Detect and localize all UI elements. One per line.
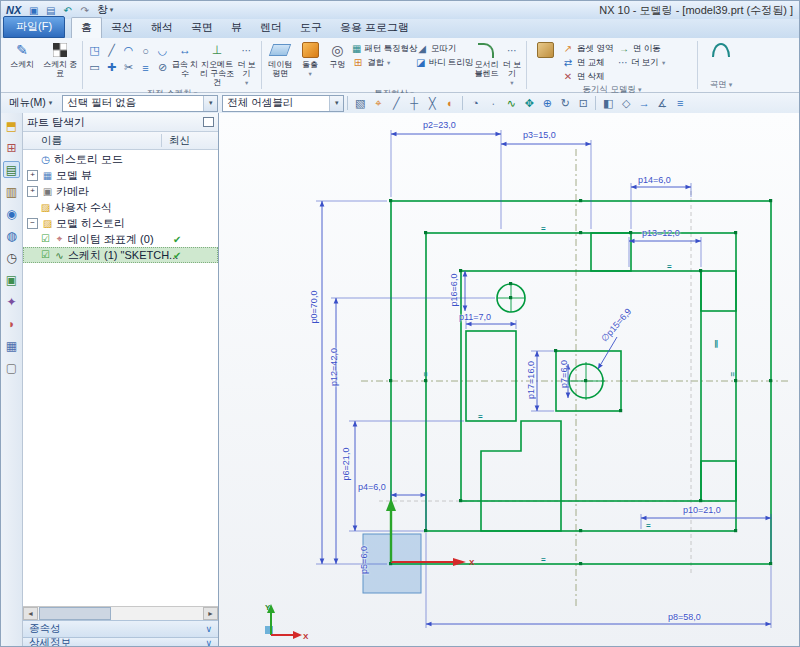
extrude-button[interactable]: 돌출 ▾ [296, 40, 325, 87]
redo-icon[interactable]: ↷ [77, 4, 92, 17]
dimension-p13[interactable]: p13=12,0 [642, 228, 680, 238]
trim-body-button[interactable]: ◪ 바디 트리밍 [414, 56, 472, 69]
geometric-constraints-button[interactable]: ⊥ 지오메트리 구속조건 [199, 40, 235, 87]
dimension-p8[interactable]: p8=58,0 [668, 612, 701, 622]
surface-button[interactable] [702, 40, 740, 78]
tab-home[interactable]: 홈 [71, 17, 102, 38]
hole-button[interactable]: ◎ 구멍 [325, 40, 351, 87]
direct-sketch-more-button[interactable]: ⋯ 더 보기 ▾ [235, 40, 258, 87]
snap-point-icon[interactable]: ⌖ [370, 95, 387, 111]
scroll-left-icon[interactable]: ◄ [23, 607, 38, 620]
collapse-icon[interactable]: − [27, 218, 38, 229]
tab-view[interactable]: 뷰 [222, 18, 251, 38]
expand-icon[interactable]: + [27, 170, 38, 181]
history-icon[interactable]: ◷ [3, 249, 20, 266]
features-more-button[interactable]: ⋯ 더 보기 ▾ [501, 40, 523, 87]
graphics-window[interactable]: = = = = = = = ∥ [219, 113, 800, 647]
snap-arc-center-icon[interactable]: ◐ [442, 95, 459, 111]
wireframe-view-icon[interactable]: ◇ [618, 95, 635, 111]
tree-item-cameras[interactable]: + ▣ 카메라 [23, 183, 218, 199]
edge-blend-button[interactable]: 모서리 블렌드 [472, 40, 501, 87]
system-visualization-icon[interactable]: ▦ [3, 337, 20, 354]
move-object-icon[interactable]: ✥ [521, 95, 538, 111]
tree-item-user-expressions[interactable]: ▨ 사용자 수식 [23, 199, 218, 215]
selection-scope-icon[interactable]: ▧ [352, 95, 369, 111]
snap-endpoint-icon[interactable]: ╱ [388, 95, 405, 111]
dimension-p2[interactable]: p2=23,0 [423, 120, 456, 130]
selection-filter-dropdown[interactable]: 선택 필터 없음 ▾ [62, 95, 218, 112]
profile-icon[interactable]: ◳ [86, 42, 103, 59]
expand-icon[interactable]: + [27, 186, 38, 197]
dimension-p16[interactable]: p16=6,0 [449, 274, 459, 307]
constraint-navigator-icon[interactable]: ⊞ [3, 139, 20, 156]
navigator-horizontal-scrollbar[interactable]: ◄ ► [23, 606, 218, 620]
delete-face-button[interactable]: ✕ 면 삭제 [560, 70, 616, 83]
assembly-navigator-icon[interactable]: ⬒ [3, 117, 20, 134]
dependencies-section[interactable]: 종속성 ∨ [23, 620, 218, 637]
snap-existing-point-icon[interactable]: ∙ [485, 95, 502, 111]
panel-detach-icon[interactable] [203, 117, 214, 127]
offset-region-button[interactable]: ↗ 옵셋 영역 [560, 42, 616, 55]
rapid-dimension-button[interactable]: ↔ 급속 치수 [171, 40, 199, 87]
save-icon[interactable]: ▤ [43, 4, 58, 17]
undo-icon[interactable]: ↶ [60, 4, 75, 17]
dimension-p3[interactable]: p3=15,0 [523, 130, 556, 140]
snap-intersection-icon[interactable]: ╳ [424, 95, 441, 111]
shaded-view-icon[interactable]: ◧ [600, 95, 617, 111]
snap-quadrant-icon[interactable]: ◔ [467, 95, 484, 111]
selection-scope-dropdown[interactable]: 전체 어셈블리 ▾ [222, 95, 344, 112]
angle-icon[interactable]: ∡ [654, 95, 671, 111]
sync-more-button[interactable]: ⋯ 더 보기 ▾ [616, 56, 666, 69]
column-name[interactable]: 이름 [23, 134, 62, 148]
roles-icon[interactable]: ◗ [3, 315, 20, 332]
dimension-p4[interactable]: p4=6,0 [358, 482, 386, 492]
window-menu[interactable]: 창 ▾ [97, 3, 113, 17]
dimension-p14[interactable]: p14=6,0 [638, 175, 671, 185]
move-face-button[interactable]: → 면 이동 [616, 42, 666, 55]
finish-sketch-button[interactable]: 스케치 종료 [41, 40, 79, 90]
tab-render[interactable]: 렌더 [251, 18, 291, 38]
line-icon[interactable]: ╱ [103, 42, 120, 59]
pattern-feature-button[interactable]: ▦ 패턴 특징형상 [350, 42, 414, 55]
scrollbar-thumb[interactable] [39, 607, 111, 620]
tree-item-datum-csys[interactable]: ☑ ⌖ 데이텀 좌표계 (0) ✔ [23, 231, 218, 247]
dimension-p6[interactable]: p6=21,0 [341, 448, 351, 481]
tab-surface[interactable]: 곡면 [182, 18, 222, 38]
tab-tools[interactable]: 도구 [291, 18, 331, 38]
dimension-p10[interactable]: p10=21,0 [683, 505, 721, 515]
rotate-view-icon[interactable]: ↻ [557, 95, 574, 111]
dimension-p17[interactable]: p17=16,0 [526, 361, 536, 399]
fillet-icon[interactable]: ◡ [154, 42, 171, 59]
suppress-checkbox[interactable]: ☑ [41, 234, 52, 244]
arc-icon[interactable]: ◠ [120, 42, 137, 59]
tree-item-history-mode[interactable]: ◷ 히스토리 모드 [23, 151, 218, 167]
circle-icon[interactable]: ○ [137, 42, 154, 59]
dimension-p12[interactable]: p12=42,0 [329, 348, 339, 386]
column-status[interactable]: 최신 [169, 134, 190, 148]
process-studio-icon[interactable]: ▣ [3, 271, 20, 288]
details-section[interactable]: 상세정보 ∨ [23, 637, 218, 647]
file-menu-button[interactable]: 파일(F) [3, 16, 65, 38]
web-browser-icon[interactable]: ◍ [3, 227, 20, 244]
sketch-button[interactable]: ✎ 스케치 [3, 40, 41, 90]
show-constraints-icon[interactable]: ≡ [137, 59, 154, 76]
manufacturing-wizard-icon[interactable]: ✦ [3, 293, 20, 310]
snap-midpoint-icon[interactable]: ┼ [406, 95, 423, 111]
list-icon[interactable]: ≡ [672, 95, 689, 111]
tab-application[interactable]: 응용 프로그램 [331, 18, 418, 38]
datum-csys-icon[interactable]: ⊕ [539, 95, 556, 111]
replace-face-button[interactable]: ⇄ 면 교체 [560, 56, 616, 69]
dimension-p11[interactable]: p11=7,0 [459, 312, 491, 322]
offset-curve-icon[interactable]: ⊘ [154, 59, 171, 76]
tab-curve[interactable]: 곡선 [102, 18, 142, 38]
chamfer-button[interactable]: ◢ 모따기 [414, 42, 472, 55]
dimension-p7[interactable]: p7=6,0 [559, 360, 569, 388]
tree-item-model-history[interactable]: − ▨ 모델 히스토리 [23, 215, 218, 231]
quick-trim-icon[interactable]: ✂ [120, 59, 137, 76]
snap-curve-icon[interactable]: ∿ [503, 95, 520, 111]
hd3d-tools-icon[interactable]: ◉ [3, 205, 20, 222]
synchronous-modeling-button[interactable] [530, 40, 560, 83]
scroll-right-icon[interactable]: ► [203, 607, 218, 620]
datum-plane-button[interactable]: 데이텀 평면 [265, 40, 296, 87]
tab-analysis[interactable]: 해석 [142, 18, 182, 38]
